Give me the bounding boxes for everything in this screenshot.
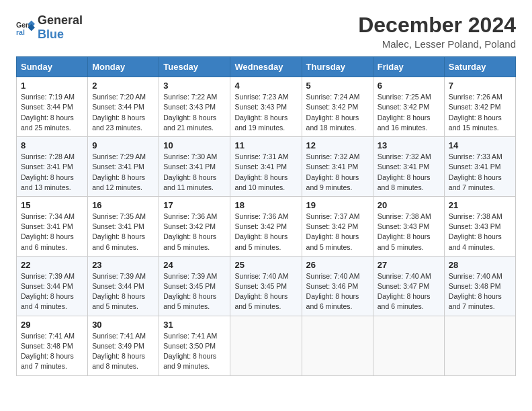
logo-text-blue: Blue xyxy=(38,28,64,41)
day-cell: 12Sunrise: 7:32 AMSunset: 3:41 PMDayligh… xyxy=(302,137,373,197)
day-cell: 22Sunrise: 7:39 AMSunset: 3:44 PMDayligh… xyxy=(17,256,88,316)
day-cell: 24Sunrise: 7:39 AMSunset: 3:45 PMDayligh… xyxy=(159,256,230,316)
day-detail: Sunrise: 7:34 AMSunset: 3:41 PMDaylight:… xyxy=(21,212,75,251)
day-number: 25 xyxy=(234,260,297,270)
day-number: 27 xyxy=(378,260,440,270)
day-cell xyxy=(302,316,373,375)
day-cell: 13Sunrise: 7:32 AMSunset: 3:41 PMDayligh… xyxy=(373,137,444,197)
day-cell: 27Sunrise: 7:40 AMSunset: 3:47 PMDayligh… xyxy=(373,256,444,316)
day-number: 7 xyxy=(449,81,511,91)
day-cell: 30Sunrise: 7:41 AMSunset: 3:49 PMDayligh… xyxy=(88,316,159,375)
day-detail: Sunrise: 7:41 AMSunset: 3:50 PMDaylight:… xyxy=(163,332,217,371)
header: Gene ral General Blue December 2024 Male… xyxy=(16,13,516,50)
day-detail: Sunrise: 7:41 AMSunset: 3:49 PMDaylight:… xyxy=(92,332,146,371)
day-number: 20 xyxy=(378,200,440,210)
day-number: 18 xyxy=(234,200,297,210)
day-cell: 15Sunrise: 7:34 AMSunset: 3:41 PMDayligh… xyxy=(17,196,88,256)
day-cell: 7Sunrise: 7:26 AMSunset: 3:42 PMDaylight… xyxy=(444,77,515,137)
day-number: 30 xyxy=(92,320,154,330)
day-detail: Sunrise: 7:23 AMSunset: 3:43 PMDaylight:… xyxy=(234,93,288,132)
day-number: 15 xyxy=(21,200,83,210)
day-detail: Sunrise: 7:28 AMSunset: 3:41 PMDaylight:… xyxy=(21,152,75,191)
subtitle: Malec, Lesser Poland, Poland xyxy=(358,38,516,50)
logo-icon: Gene ral xyxy=(16,18,35,37)
calendar-header-row: SundayMondayTuesdayWednesdayThursdayFrid… xyxy=(17,57,516,77)
day-number: 12 xyxy=(306,140,369,150)
day-detail: Sunrise: 7:33 AMSunset: 3:41 PMDaylight:… xyxy=(449,152,502,191)
day-detail: Sunrise: 7:40 AMSunset: 3:47 PMDaylight:… xyxy=(378,272,431,311)
day-number: 1 xyxy=(21,81,83,91)
day-number: 14 xyxy=(449,140,511,150)
header-day-friday: Friday xyxy=(373,57,444,77)
day-cell: 28Sunrise: 7:40 AMSunset: 3:48 PMDayligh… xyxy=(444,256,515,316)
day-number: 23 xyxy=(92,260,154,270)
svg-text:ral: ral xyxy=(16,28,25,36)
day-cell: 8Sunrise: 7:28 AMSunset: 3:41 PMDaylight… xyxy=(17,137,88,197)
day-cell: 26Sunrise: 7:40 AMSunset: 3:46 PMDayligh… xyxy=(302,256,373,316)
day-detail: Sunrise: 7:40 AMSunset: 3:46 PMDaylight:… xyxy=(306,272,360,311)
logo-text-general: Gene xyxy=(38,13,68,27)
day-detail: Sunrise: 7:30 AMSunset: 3:41 PMDaylight:… xyxy=(163,152,217,191)
day-cell: 23Sunrise: 7:39 AMSunset: 3:44 PMDayligh… xyxy=(88,256,159,316)
day-detail: Sunrise: 7:26 AMSunset: 3:42 PMDaylight:… xyxy=(449,93,502,132)
day-cell: 2Sunrise: 7:20 AMSunset: 3:44 PMDaylight… xyxy=(88,77,159,137)
day-cell: 17Sunrise: 7:36 AMSunset: 3:42 PMDayligh… xyxy=(159,196,230,256)
day-number: 8 xyxy=(21,140,83,150)
day-cell: 1Sunrise: 7:19 AMSunset: 3:44 PMDaylight… xyxy=(17,77,88,137)
header-day-saturday: Saturday xyxy=(444,57,515,77)
day-cell: 21Sunrise: 7:38 AMSunset: 3:43 PMDayligh… xyxy=(444,196,515,256)
day-detail: Sunrise: 7:31 AMSunset: 3:41 PMDaylight:… xyxy=(234,152,288,191)
day-detail: Sunrise: 7:41 AMSunset: 3:48 PMDaylight:… xyxy=(21,332,75,371)
day-number: 19 xyxy=(306,200,369,210)
day-detail: Sunrise: 7:25 AMSunset: 3:42 PMDaylight:… xyxy=(378,93,431,132)
header-day-thursday: Thursday xyxy=(302,57,373,77)
day-detail: Sunrise: 7:35 AMSunset: 3:41 PMDaylight:… xyxy=(92,212,146,251)
day-cell xyxy=(373,316,444,375)
day-cell: 14Sunrise: 7:33 AMSunset: 3:41 PMDayligh… xyxy=(444,137,515,197)
day-detail: Sunrise: 7:37 AMSunset: 3:42 PMDaylight:… xyxy=(306,212,360,251)
day-detail: Sunrise: 7:19 AMSunset: 3:44 PMDaylight:… xyxy=(21,93,75,132)
day-detail: Sunrise: 7:22 AMSunset: 3:43 PMDaylight:… xyxy=(163,93,217,132)
day-cell: 18Sunrise: 7:36 AMSunset: 3:42 PMDayligh… xyxy=(230,196,302,256)
day-cell: 9Sunrise: 7:29 AMSunset: 3:41 PMDaylight… xyxy=(88,137,159,197)
header-day-sunday: Sunday xyxy=(17,57,88,77)
day-detail: Sunrise: 7:38 AMSunset: 3:43 PMDaylight:… xyxy=(449,212,502,251)
day-number: 4 xyxy=(234,81,297,91)
day-number: 11 xyxy=(234,140,297,150)
logo: Gene ral General Blue xyxy=(16,13,83,42)
day-cell: 19Sunrise: 7:37 AMSunset: 3:42 PMDayligh… xyxy=(302,196,373,256)
header-day-tuesday: Tuesday xyxy=(159,57,230,77)
day-cell: 10Sunrise: 7:30 AMSunset: 3:41 PMDayligh… xyxy=(159,137,230,197)
day-detail: Sunrise: 7:40 AMSunset: 3:45 PMDaylight:… xyxy=(234,272,288,311)
day-detail: Sunrise: 7:39 AMSunset: 3:44 PMDaylight:… xyxy=(21,272,75,311)
day-detail: Sunrise: 7:20 AMSunset: 3:44 PMDaylight:… xyxy=(92,93,146,132)
day-cell: 16Sunrise: 7:35 AMSunset: 3:41 PMDayligh… xyxy=(88,196,159,256)
day-detail: Sunrise: 7:36 AMSunset: 3:42 PMDaylight:… xyxy=(163,212,217,251)
week-row-1: 1Sunrise: 7:19 AMSunset: 3:44 PMDaylight… xyxy=(17,77,516,137)
day-number: 5 xyxy=(306,81,369,91)
day-number: 28 xyxy=(449,260,511,270)
day-number: 17 xyxy=(163,200,226,210)
day-number: 16 xyxy=(92,200,154,210)
day-number: 2 xyxy=(92,81,154,91)
day-cell: 3Sunrise: 7:22 AMSunset: 3:43 PMDaylight… xyxy=(159,77,230,137)
day-detail: Sunrise: 7:36 AMSunset: 3:42 PMDaylight:… xyxy=(234,212,288,251)
day-detail: Sunrise: 7:32 AMSunset: 3:41 PMDaylight:… xyxy=(306,152,360,191)
day-cell: 6Sunrise: 7:25 AMSunset: 3:42 PMDaylight… xyxy=(373,77,444,137)
day-detail: Sunrise: 7:32 AMSunset: 3:41 PMDaylight:… xyxy=(378,152,431,191)
logo-text-general2: ral xyxy=(68,13,83,27)
header-day-monday: Monday xyxy=(88,57,159,77)
title-area: December 2024 Malec, Lesser Poland, Pola… xyxy=(358,13,516,50)
day-cell: 31Sunrise: 7:41 AMSunset: 3:50 PMDayligh… xyxy=(159,316,230,375)
day-detail: Sunrise: 7:40 AMSunset: 3:48 PMDaylight:… xyxy=(449,272,502,311)
day-number: 24 xyxy=(163,260,226,270)
day-cell: 5Sunrise: 7:24 AMSunset: 3:42 PMDaylight… xyxy=(302,77,373,137)
day-number: 26 xyxy=(306,260,369,270)
day-number: 13 xyxy=(378,140,440,150)
day-detail: Sunrise: 7:24 AMSunset: 3:42 PMDaylight:… xyxy=(306,93,360,132)
day-cell: 29Sunrise: 7:41 AMSunset: 3:48 PMDayligh… xyxy=(17,316,88,375)
day-number: 21 xyxy=(449,200,511,210)
week-row-2: 8Sunrise: 7:28 AMSunset: 3:41 PMDaylight… xyxy=(17,137,516,197)
day-cell: 4Sunrise: 7:23 AMSunset: 3:43 PMDaylight… xyxy=(230,77,302,137)
day-detail: Sunrise: 7:39 AMSunset: 3:44 PMDaylight:… xyxy=(92,272,146,311)
